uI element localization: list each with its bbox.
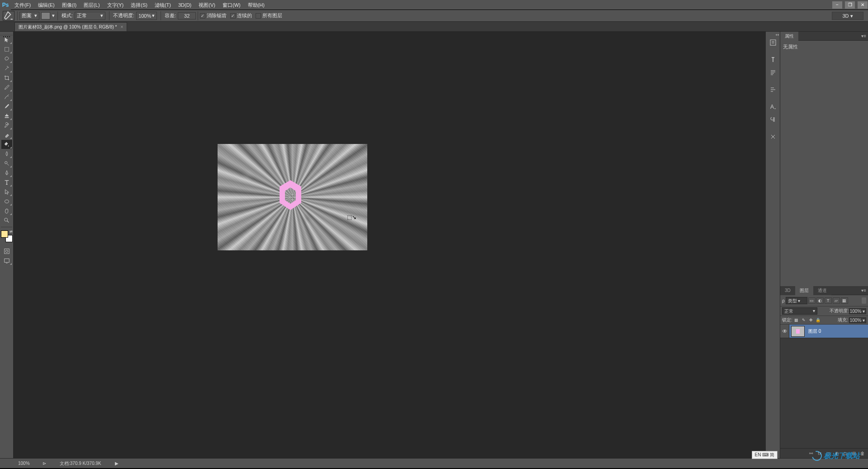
svg-point-5 — [5, 250, 8, 252]
path-selection-tool[interactable] — [1, 187, 12, 196]
collapsed-panel-strip: ◂◂ A — [765, 32, 780, 458]
lasso-tool[interactable] — [1, 54, 12, 63]
menu-file[interactable]: 文件(F) — [11, 0, 34, 10]
filter-type-icon[interactable]: T — [825, 297, 832, 304]
layers-lock-row: 锁定: ▦ ✎ ✥ 🔒 填充: 100% ▾ — [780, 316, 868, 325]
3d-mode-button[interactable]: 3D ▾ — [832, 12, 863, 20]
expand-panels-icon[interactable]: ◂◂ — [766, 33, 780, 36]
layers-menu-icon[interactable]: ▾≡ — [861, 288, 866, 293]
menu-window[interactable]: 窗口(W) — [219, 0, 244, 10]
filter-pixel-icon[interactable]: ▭ — [808, 297, 816, 304]
quick-mask-button[interactable] — [1, 247, 12, 256]
screen-mode-button[interactable] — [1, 256, 12, 265]
status-bar: 100% ⊳ 文档:370.9 K/370.9K ▶ — [0, 458, 868, 468]
restore-button[interactable]: ❐ — [844, 1, 855, 9]
pattern-swatch[interactable] — [41, 12, 50, 19]
fill-opacity-input[interactable]: 100% ▾ — [849, 317, 866, 323]
lock-pixels-icon[interactable]: ✎ — [801, 317, 807, 323]
document-canvas[interactable]: ⬚↘ — [218, 144, 367, 250]
minimize-button[interactable]: − — [832, 1, 843, 9]
history-panel-icon[interactable] — [767, 37, 779, 48]
svg-rect-7 — [770, 40, 776, 45]
healing-brush-tool[interactable] — [1, 92, 12, 101]
pen-tool[interactable] — [1, 168, 12, 177]
menu-view[interactable]: 视图(V) — [195, 0, 219, 10]
marquee-tool[interactable] — [1, 45, 12, 54]
delete-layer-icon[interactable]: 🗑 — [859, 450, 866, 457]
lock-all-icon[interactable]: 🔒 — [815, 317, 821, 323]
lock-transparency-icon[interactable]: ▦ — [793, 317, 800, 323]
status-play-icon[interactable]: ▶ — [115, 461, 119, 466]
properties-tab[interactable]: 属性 — [780, 32, 798, 41]
filter-type-dropdown[interactable]: 类型 ▾ — [786, 297, 807, 304]
all-layers-checkbox[interactable]: 所有图层 — [256, 12, 282, 19]
filter-smart-icon[interactable]: ▦ — [841, 297, 848, 304]
move-tool[interactable] — [1, 35, 12, 44]
mode-dropdown[interactable]: 正常 ▾ — [75, 12, 105, 20]
brush-tool[interactable] — [1, 102, 12, 111]
close-button[interactable]: ✕ — [857, 1, 868, 9]
menu-image[interactable]: 图像(I) — [58, 0, 80, 10]
lock-label: 锁定: — [782, 317, 792, 323]
tolerance-input[interactable] — [178, 12, 196, 19]
contiguous-checkbox[interactable]: ✓连续的 — [230, 12, 252, 19]
zoom-tool[interactable] — [1, 216, 12, 225]
antialias-checkbox[interactable]: ✓消除锯齿 — [200, 12, 227, 19]
paragraph-panel-icon[interactable] — [767, 67, 779, 78]
lock-position-icon[interactable]: ✥ — [808, 317, 814, 323]
layer-thumbnail[interactable] — [791, 326, 805, 337]
canvas-image: ⬚↘ — [218, 144, 367, 250]
options-bar: 图案 ▾ ▾ 模式: 正常 ▾ 不透明度: 100% ▾ 容差: ✓消除锯齿 ✓… — [0, 10, 868, 22]
3d-tab[interactable]: 3D — [780, 286, 795, 295]
clone-stamp-tool[interactable] — [1, 111, 12, 120]
menu-text[interactable]: 文字(Y) — [104, 0, 128, 10]
dodge-tool[interactable] — [1, 159, 12, 168]
settings-panel-icon[interactable] — [767, 131, 779, 142]
zoom-arrow-icon[interactable]: ⊳ — [43, 461, 46, 466]
color-swatches[interactable]: ⇄ — [1, 230, 13, 242]
swap-colors-icon[interactable]: ⇄ — [9, 230, 13, 234]
current-tool-icon[interactable] — [3, 11, 14, 21]
close-tab-icon[interactable]: × — [120, 24, 123, 29]
menu-layer[interactable]: 图层(L) — [80, 0, 103, 10]
fill-type-dropdown[interactable]: 图案 ▾ — [19, 12, 39, 20]
eraser-tool[interactable] — [1, 130, 12, 139]
blur-tool[interactable] — [1, 149, 12, 158]
canvas-area[interactable]: ⬚↘ — [14, 32, 765, 458]
properties-menu-icon[interactable]: ▾≡ — [861, 34, 866, 38]
document-size[interactable]: 文档:370.9 K/370.9K — [60, 460, 101, 467]
align-panel-icon[interactable] — [767, 84, 779, 95]
zoom-level[interactable]: 100% — [18, 461, 41, 466]
type-styles-icon[interactable]: A — [767, 101, 779, 112]
history-brush-tool[interactable] — [1, 121, 12, 130]
filter-toggle[interactable] — [862, 297, 866, 304]
document-tab[interactable]: 图片素材03_副本.png @ 100% (图层 0, RGB/8) * × — [14, 22, 127, 31]
layers-tab[interactable]: 图层 — [795, 286, 813, 295]
hand-tool[interactable] — [1, 206, 12, 215]
paint-bucket-tool[interactable] — [1, 140, 12, 149]
menu-help[interactable]: 帮助(H) — [244, 0, 268, 10]
menu-filter[interactable]: 滤镜(T) — [151, 0, 175, 10]
menu-3d[interactable]: 3D(D) — [175, 0, 195, 10]
layer-visibility-icon[interactable]: 👁 — [780, 325, 789, 338]
channels-tab[interactable]: 通道 — [813, 286, 831, 295]
foreground-color[interactable] — [1, 230, 8, 238]
magic-wand-tool[interactable] — [1, 64, 12, 73]
layer-name[interactable]: 图层 0 — [808, 328, 821, 335]
mode-label: 模式: — [62, 12, 73, 19]
blend-mode-dropdown[interactable]: 正常▾ — [782, 307, 817, 315]
character-panel-icon[interactable] — [767, 54, 779, 65]
crop-tool[interactable] — [1, 73, 12, 82]
layer-row[interactable]: 👁 图层 0 — [780, 325, 868, 338]
ime-indicator[interactable]: EN ⌨ 简 — [752, 451, 778, 459]
filter-adjust-icon[interactable]: ◐ — [816, 297, 824, 304]
menu-select[interactable]: 选择(S) — [127, 0, 151, 10]
filter-shape-icon[interactable]: ▱ — [833, 297, 840, 304]
eyedropper-tool[interactable] — [1, 83, 12, 92]
shape-tool[interactable] — [1, 197, 12, 206]
menu-edit[interactable]: 编辑(E) — [34, 0, 58, 10]
opacity-input[interactable]: 100% ▾ — [136, 12, 157, 20]
type-tool[interactable] — [1, 178, 12, 187]
paragraph-styles-icon[interactable] — [767, 114, 779, 125]
layer-opacity-input[interactable]: 100% ▾ — [849, 308, 866, 314]
